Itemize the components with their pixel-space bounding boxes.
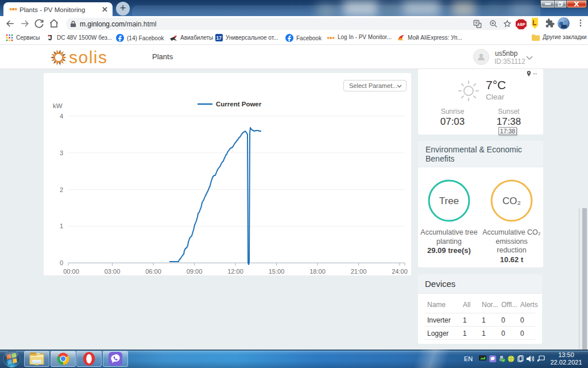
svg-text:21:00: 21:00 xyxy=(351,268,367,275)
svg-text:06:00: 06:00 xyxy=(145,268,161,275)
svg-text:17: 17 xyxy=(216,35,222,41)
svg-text:4: 4 xyxy=(60,113,63,120)
svg-text:CO₂: CO₂ xyxy=(502,195,521,206)
svg-text:24:00: 24:00 xyxy=(392,268,408,275)
svg-text:03:00: 03:00 xyxy=(105,268,121,275)
svg-text:09:00: 09:00 xyxy=(187,268,203,275)
svg-text:18:00: 18:00 xyxy=(310,268,326,275)
svg-text:3: 3 xyxy=(60,150,63,156)
svg-text:15:00: 15:00 xyxy=(269,268,285,275)
svg-text:ABP: ABP xyxy=(517,22,526,26)
svg-text:2: 2 xyxy=(60,186,63,193)
svg-text:kW: kW xyxy=(53,102,63,109)
svg-text:00:00: 00:00 xyxy=(63,268,79,275)
svg-text:12:00: 12:00 xyxy=(227,268,243,275)
svg-text:Tree: Tree xyxy=(439,195,459,206)
svg-text:0: 0 xyxy=(60,259,63,266)
svg-text:Current Power: Current Power xyxy=(216,101,262,108)
svg-text:1: 1 xyxy=(60,223,63,229)
